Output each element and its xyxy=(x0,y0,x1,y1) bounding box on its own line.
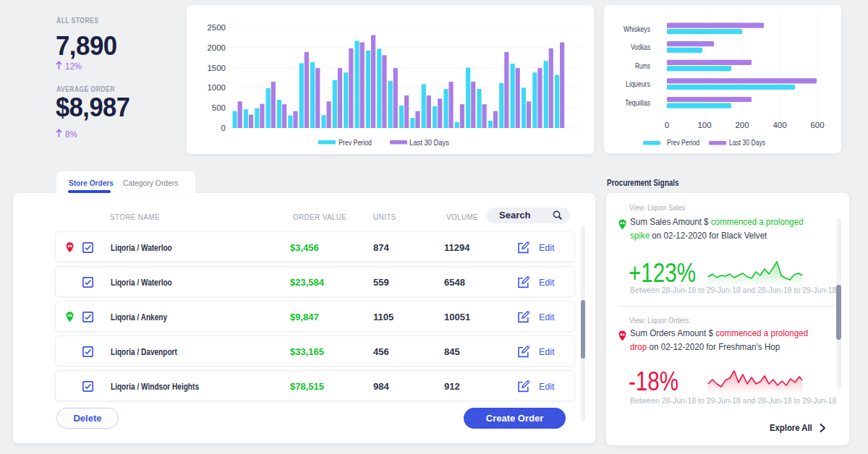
svg-text:0: 0 xyxy=(221,124,226,132)
svg-text:500: 500 xyxy=(212,103,226,112)
svg-text:0: 0 xyxy=(665,121,669,129)
svg-text:600: 600 xyxy=(810,121,824,129)
svg-text:Vodkas: Vodkas xyxy=(631,43,650,51)
svg-text:100: 100 xyxy=(697,121,711,129)
svg-text:1000: 1000 xyxy=(207,83,226,92)
svg-text:Tequillas: Tequillas xyxy=(625,98,650,107)
svg-text:Rums: Rums xyxy=(635,61,650,70)
svg-text:Prev Period: Prev Period xyxy=(667,138,699,147)
svg-text:1500: 1500 xyxy=(207,64,226,72)
svg-text:Prev Period: Prev Period xyxy=(339,138,372,147)
svg-text:2000: 2000 xyxy=(207,43,226,52)
svg-text:200: 200 xyxy=(735,121,749,129)
svg-text:Last 30 Days: Last 30 Days xyxy=(409,138,449,147)
svg-text:2500: 2500 xyxy=(207,23,226,32)
svg-text:Liqueurs: Liqueurs xyxy=(626,80,650,88)
svg-text:400: 400 xyxy=(773,121,786,129)
svg-text:Whiskeys: Whiskeys xyxy=(624,25,650,33)
svg-text:Last 30 Days: Last 30 Days xyxy=(729,138,765,147)
